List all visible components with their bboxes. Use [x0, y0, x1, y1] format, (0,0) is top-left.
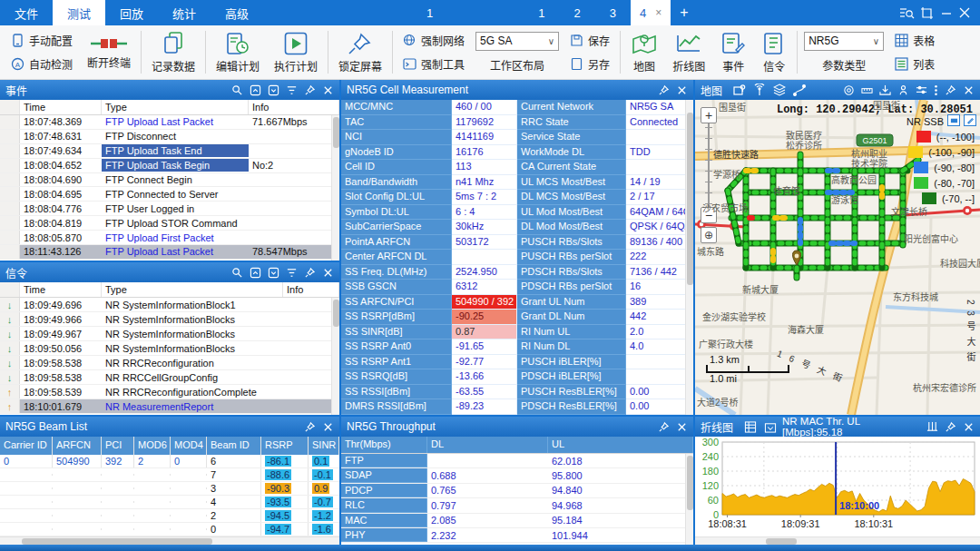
beam-row[interactable]: 7-88.6-0.1 — [0, 468, 339, 482]
col-type[interactable]: Type — [102, 100, 249, 114]
col-info[interactable]: Info — [249, 100, 339, 114]
beam-row[interactable]: 4-93.5-0.7 — [0, 496, 339, 509]
beam-row[interactable]: 0-94.7-1.6 — [0, 523, 339, 536]
col-info[interactable]: Info — [283, 282, 339, 297]
event-row[interactable]: 18:08:05.870FTP Upload First Packet — [0, 231, 339, 245]
save-as-button[interactable]: 另存 — [566, 54, 613, 74]
signaling-row[interactable]: ↓18:09:49.967NR SystemInformationBlocks — [0, 327, 339, 341]
target-icon[interactable] — [843, 84, 855, 96]
workspace-tab-1[interactable]: 1 — [524, 0, 559, 25]
event-row[interactable]: 18:08:04.776FTP User Logged in — [0, 202, 339, 216]
scroll-top-icon[interactable] — [250, 84, 261, 96]
layers-icon[interactable] — [773, 84, 786, 96]
line-chart-button[interactable]: 折线图 — [665, 27, 712, 77]
map-select-icon[interactable] — [733, 84, 746, 96]
col-thr(mbps)[interactable]: Thr(Mbps) — [341, 437, 427, 453]
scroll-top-icon[interactable] — [250, 267, 261, 279]
tab-active[interactable]: 4 × — [631, 0, 671, 25]
table-view-button[interactable]: 表格 — [891, 31, 938, 50]
signaling-row[interactable]: ↓18:09:50.056NR SystemInformationBlocks — [0, 341, 339, 356]
event-row[interactable]: 18:08:04.695FTP Connected to Server — [0, 187, 339, 202]
map-canvas[interactable]: G2501 Long: 120.29042; Lat: 30.28051 NR … — [695, 100, 980, 415]
event-button[interactable]: 事件 — [712, 27, 754, 77]
col-time[interactable]: Time — [20, 100, 102, 114]
col-pci[interactable]: PCI — [102, 437, 134, 455]
event-row[interactable]: 18:08:04.819FTP Upload STOR Command — [0, 216, 339, 231]
menu-高级[interactable]: 高级 — [211, 0, 263, 25]
menu-统计[interactable]: 统计 — [158, 0, 211, 25]
col-beam-id[interactable]: Beam ID — [207, 437, 261, 455]
pin-icon[interactable] — [304, 84, 316, 96]
event-row[interactable]: 18:07:48.631FTP Disconnect — [0, 130, 339, 144]
col-carrier-id[interactable]: Carrier ID — [0, 437, 53, 455]
param-type-select[interactable]: NR5G ∨ — [804, 32, 884, 51]
event-row[interactable]: 18:08:04.652FTP Upload Task BeginNo:2 — [0, 159, 339, 173]
horizontal-scrollbar[interactable] — [0, 536, 339, 545]
minimize-icon[interactable] — [940, 6, 953, 19]
signaling-row[interactable]: ↓18:09:49.966NR SystemInformationBlocks — [0, 312, 339, 327]
col-rsrp[interactable]: RSRP — [261, 437, 309, 455]
pin-icon[interactable] — [304, 421, 316, 433]
signaling-row[interactable]: ↓18:09:58.538NR RRCReconfiguration — [0, 356, 339, 370]
col-dl[interactable]: DL — [427, 437, 548, 453]
close-icon[interactable] — [958, 6, 971, 19]
vertical-scrollbar[interactable] — [685, 100, 693, 415]
close-icon[interactable] — [676, 421, 688, 433]
vertical-scrollbar[interactable] — [685, 454, 693, 545]
menu-文件[interactable]: 文件 — [0, 0, 53, 25]
signaling-row[interactable]: ↑18:10:01.679NR MeasurementReport — [0, 399, 339, 414]
col-time[interactable]: Time — [20, 282, 102, 297]
beam-row[interactable]: 3-90.30.9 — [0, 482, 339, 496]
network-mode-select[interactable]: 5G SA ∨ — [475, 32, 559, 51]
edit-plan-button[interactable]: 编辑计划 — [209, 27, 267, 77]
pin-icon[interactable] — [945, 84, 956, 96]
menu-测试[interactable]: 测试 — [53, 0, 105, 25]
axes-icon[interactable] — [926, 421, 938, 433]
event-row[interactable]: 18:11:43.126FTP Upload Last Packet78.547… — [0, 245, 339, 260]
download-icon[interactable] — [879, 84, 891, 96]
auto-detect-button[interactable]: A 自动检测 — [7, 54, 76, 74]
chart-body[interactable]: 06012018024030018:08:3118:09:3118:10:311… — [695, 437, 980, 545]
lock-screen-button[interactable]: 锁定屏幕 — [331, 27, 389, 77]
close-icon[interactable] — [322, 421, 334, 433]
beam-row[interactable]: 0504990392206-86.10.1 — [0, 455, 339, 468]
signaling-row[interactable]: ↓18:09:49.696NR SystemInformationBlock1 — [0, 298, 339, 312]
event-row[interactable]: 18:08:04.690FTP Connect Begin — [0, 173, 339, 188]
signaling-row[interactable]: ↓18:09:58.538NR RRCCellGroupConfig — [0, 370, 339, 385]
close-icon[interactable] — [963, 421, 975, 433]
close-icon[interactable] — [676, 84, 688, 96]
col-mod6[interactable]: MOD6 — [134, 437, 171, 455]
pin-icon[interactable] — [658, 421, 670, 433]
vertical-scrollbar[interactable] — [331, 115, 339, 261]
grid-icon[interactable] — [744, 421, 757, 433]
list-view-button[interactable]: 列表 — [891, 54, 938, 74]
pin-icon[interactable] — [304, 267, 316, 279]
record-data-button[interactable]: 记录数据 — [144, 27, 202, 77]
vertical-scrollbar[interactable] — [331, 298, 339, 415]
search-icon[interactable] — [231, 84, 243, 96]
col-type[interactable]: Type — [102, 282, 283, 297]
close-icon[interactable] — [963, 84, 975, 96]
antenna-icon[interactable] — [753, 84, 766, 96]
workspace-tab-2[interactable]: 2 — [560, 0, 595, 25]
manual-config-button[interactable]: 手动配置 — [7, 31, 76, 50]
force-network-button[interactable]: 强制网络 — [399, 31, 468, 50]
pin-icon[interactable] — [945, 421, 956, 433]
event-row[interactable]: 18:07:49.634FTP Upload Task End — [0, 144, 339, 159]
route-icon[interactable] — [793, 84, 806, 96]
col-arfcn[interactable]: ARFCN — [53, 437, 102, 455]
workspace-tab-3[interactable]: 3 — [595, 0, 631, 25]
filter-icon[interactable] — [286, 267, 298, 279]
beam-row[interactable]: 2-94.5-1.2 — [0, 509, 339, 523]
run-plan-button[interactable]: 执行计划 — [267, 27, 325, 77]
pin-icon[interactable] — [658, 84, 670, 96]
zoom-in-button[interactable]: + — [701, 107, 717, 123]
tab-close-icon[interactable]: × — [655, 6, 662, 19]
col-mod4[interactable]: MOD4 — [171, 437, 207, 455]
locate-icon[interactable] — [897, 84, 909, 96]
col-ul[interactable]: UL — [548, 437, 693, 453]
scroll-bottom-icon[interactable] — [268, 84, 279, 96]
filter-icon[interactable] — [286, 84, 298, 96]
close-icon[interactable] — [322, 84, 334, 96]
more-dots-icon[interactable] — [934, 84, 938, 96]
